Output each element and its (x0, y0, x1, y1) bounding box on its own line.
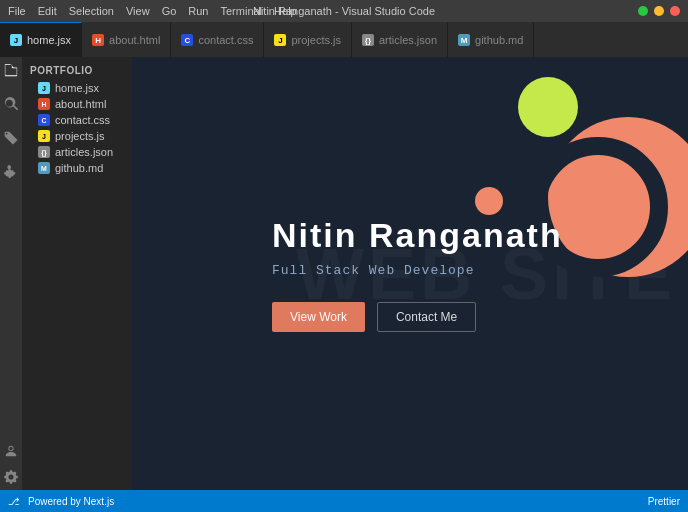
sidebar-file-name: about.html (55, 98, 106, 110)
contact-me-button[interactable]: Contact Me (377, 302, 476, 332)
main-layout: PORTFOLIO J home.jsx H about.html C cont… (0, 57, 688, 490)
menu-go[interactable]: Go (162, 5, 177, 17)
tab-bar: J home.jsx H about.html C contact.css J … (0, 22, 688, 57)
activity-bottom (2, 442, 20, 490)
css-icon: C (181, 34, 193, 46)
menu-view[interactable]: View (126, 5, 150, 17)
tab-github-md[interactable]: M github.md (448, 22, 534, 57)
large-salmon-circle-shape (548, 117, 688, 277)
jsx-file-icon: J (38, 82, 50, 94)
small-salmon-circle-shape (475, 187, 503, 215)
sidebar-file-name: home.jsx (55, 82, 99, 94)
sidebar: PORTFOLIO J home.jsx H about.html C cont… (22, 57, 132, 490)
account-icon[interactable] (2, 442, 20, 460)
statusbar-left: ⎇ Powered by Next.js (8, 496, 114, 507)
activity-bar (0, 57, 22, 490)
jsx-icon: J (10, 34, 22, 46)
menu-run[interactable]: Run (188, 5, 208, 17)
maximize-button[interactable] (638, 6, 648, 16)
md-icon: M (458, 34, 470, 46)
sidebar-item-about-html[interactable]: H about.html (22, 96, 132, 112)
preview-area: WEB SITE Nitin Ranganath Full Stack Web … (132, 57, 688, 490)
tab-label: home.jsx (27, 34, 71, 46)
explorer-icon[interactable] (2, 61, 20, 79)
sidebar-item-home-jsx[interactable]: J home.jsx (22, 80, 132, 96)
window-controls[interactable] (638, 6, 680, 16)
hero-subtitle: Full Stack Web Develope (272, 263, 563, 278)
titlebar: File Edit Selection View Go Run Terminal… (0, 0, 688, 22)
tab-label: about.html (109, 34, 160, 46)
sidebar-file-name: projects.js (55, 130, 105, 142)
hero-name: Nitin Ranganath (272, 216, 563, 255)
md-file-icon: M (38, 162, 50, 174)
sidebar-item-contact-css[interactable]: C contact.css (22, 112, 132, 128)
window-title: Nitin Ranganath - Visual Studio Code (253, 5, 435, 17)
statusbar-left-text: Powered by Next.js (28, 496, 114, 507)
tab-about-html[interactable]: H about.html (82, 22, 171, 57)
minimize-button[interactable] (654, 6, 664, 16)
close-button[interactable] (670, 6, 680, 16)
js-file-icon: J (38, 130, 50, 142)
html-icon: H (92, 34, 104, 46)
tab-label: articles.json (379, 34, 437, 46)
tab-home-jsx[interactable]: J home.jsx (0, 22, 82, 57)
sidebar-item-github-md[interactable]: M github.md (22, 160, 132, 176)
debug-icon[interactable] (2, 163, 20, 181)
menu-selection[interactable]: Selection (69, 5, 114, 17)
json-icon: {} (362, 34, 374, 46)
statusbar-right-text: Prettier (648, 496, 680, 507)
sidebar-file-name: articles.json (55, 146, 113, 158)
tab-articles-json[interactable]: {} articles.json (352, 22, 448, 57)
status-bar: ⎇ Powered by Next.js Prettier (0, 490, 688, 512)
settings-icon[interactable] (2, 468, 20, 486)
sidebar-header: PORTFOLIO (22, 57, 132, 80)
tab-label: projects.js (291, 34, 341, 46)
html-file-icon: H (38, 98, 50, 110)
tab-projects-js[interactable]: J projects.js (264, 22, 352, 57)
search-icon[interactable] (2, 95, 20, 113)
sidebar-file-name: contact.css (55, 114, 110, 126)
sidebar-item-articles-json[interactable]: {} articles.json (22, 144, 132, 160)
menu-file[interactable]: File (8, 5, 26, 17)
sidebar-file-name: github.md (55, 162, 103, 174)
statusbar-branch-icon: ⎇ (8, 496, 20, 507)
css-file-icon: C (38, 114, 50, 126)
menu-edit[interactable]: Edit (38, 5, 57, 17)
tab-contact-css[interactable]: C contact.css (171, 22, 264, 57)
tab-label: github.md (475, 34, 523, 46)
git-icon[interactable] (2, 129, 20, 147)
tab-label: contact.css (198, 34, 253, 46)
hero-content: Nitin Ranganath Full Stack Web Develope … (272, 216, 563, 332)
sidebar-item-projects-js[interactable]: J projects.js (22, 128, 132, 144)
js-icon: J (274, 34, 286, 46)
view-work-button[interactable]: View Work (272, 302, 365, 332)
json-file-icon: {} (38, 146, 50, 158)
editor-area: WEB SITE Nitin Ranganath Full Stack Web … (132, 57, 688, 490)
statusbar-right: Prettier (648, 496, 680, 507)
green-circle-shape (518, 77, 578, 137)
hero-buttons: View Work Contact Me (272, 302, 563, 332)
